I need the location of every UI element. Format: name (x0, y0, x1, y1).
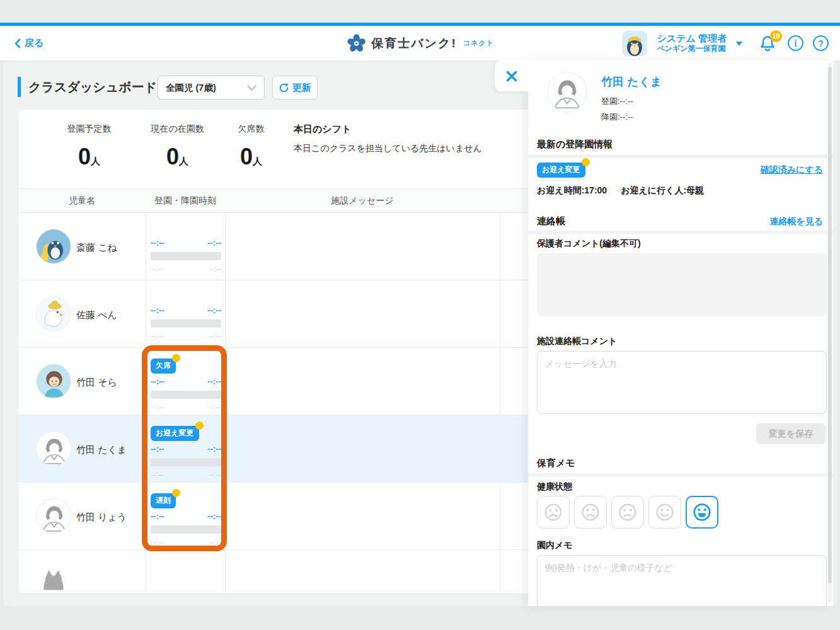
stat-value: 0 (240, 144, 253, 169)
column-arrival-departure: 登園・降園時刻 (146, 195, 225, 207)
arrival-time: --:-- (151, 377, 164, 386)
back-button[interactable]: 戻る (14, 37, 43, 49)
app-logo[interactable]: 保育士バンク! コネクト (346, 33, 494, 54)
class-filter-value: 全園児 (7歳) (166, 82, 216, 94)
column-child-name: 児童名 (18, 195, 146, 207)
save-changes-button[interactable]: 変更を保存 (756, 423, 826, 444)
help-icon: ? (818, 38, 824, 49)
time-cell: --:----:-- --:----:-- (151, 444, 221, 479)
time-cell: --:----:-- --:----:-- (151, 238, 221, 273)
chevron-down-icon (247, 85, 256, 91)
child-avatar (36, 296, 71, 331)
health-face-great-button-selected[interactable] (686, 496, 718, 529)
penguin-avatar-icon (622, 31, 647, 56)
info-icon: i (795, 38, 797, 49)
health-status-label: 健康状態 (537, 481, 572, 493)
arrival-time: --:-- (151, 306, 164, 315)
detail-arrival-time: 登園:--:-- (601, 96, 633, 107)
section-divider (528, 473, 833, 477)
user-org: ペンギン第一保育園 (657, 44, 727, 54)
time-cell: --:----:-- --:----:-- (151, 512, 221, 547)
detail-child-name: 竹田 たくま (601, 74, 662, 89)
pickup-change-badge: お迎え変更 (537, 163, 585, 178)
back-label: 戻る (25, 37, 43, 49)
arrival-time: --:-- (151, 512, 164, 521)
logo-title: 保育士バンク! (371, 35, 457, 52)
stat-unit: 人 (91, 156, 100, 166)
cat-avatar-icon (36, 566, 71, 594)
penguin-hat-avatar-icon (37, 297, 71, 331)
pickup-change-badge-wrap: お迎え変更 (537, 163, 585, 178)
boy-silhouette-avatar-icon (37, 432, 71, 466)
departure-time: --:-- (207, 238, 221, 248)
status-badge-label: 遅刻 (156, 496, 171, 505)
badge-alert-dot (172, 354, 180, 362)
user-menu-caret-icon[interactable] (736, 42, 742, 49)
shift-title: 本日のシフト (294, 123, 482, 135)
health-face-very-bad-button[interactable] (537, 496, 570, 529)
departure-time-secondary: --:-- (209, 471, 221, 479)
health-face-poor-button[interactable] (611, 496, 644, 529)
refresh-button[interactable]: 更新 (272, 76, 318, 100)
time-bar (151, 458, 221, 466)
user-avatar[interactable] (622, 31, 647, 56)
stat-value: 0 (166, 144, 179, 169)
app-screen: 戻る 保育士バンク! コネクト (0, 0, 840, 630)
stat-value: 0 (78, 144, 91, 169)
status-badge-label: 欠席 (156, 361, 171, 370)
child-name: 竹田 そら (76, 377, 117, 389)
time-bar (151, 391, 221, 399)
time-bar (151, 319, 221, 328)
boy-silhouette-avatar-icon (548, 72, 587, 112)
facility-comment-input[interactable] (537, 351, 827, 414)
child-avatar (36, 498, 71, 534)
help-button[interactable]: ? (813, 35, 829, 51)
arrival-time-secondary: --:-- (151, 332, 163, 341)
arrival-time-secondary: --:-- (151, 538, 163, 547)
time-cell: --:----:-- --:----:-- (151, 306, 221, 341)
guardian-comment-field (537, 253, 827, 316)
notifications-button[interactable]: 19 (758, 33, 778, 54)
health-face-good-button[interactable] (648, 496, 681, 529)
drawer-close-button[interactable] (495, 60, 528, 91)
user-name: システム 管理者 (657, 33, 727, 45)
logo-suffix: コネクト (463, 38, 494, 48)
guardian-comment-label: 保護者コメント(編集不可) (537, 238, 641, 249)
refresh-icon (279, 83, 289, 93)
status-badge-wrap: 遅刻 (151, 493, 176, 508)
status-badge: 欠席 (151, 358, 176, 374)
drawer-scrollbar-track (828, 63, 832, 602)
status-badge-wrap: 欠席 (151, 358, 176, 374)
departure-time-secondary: --:-- (209, 265, 221, 273)
time-bar (151, 525, 221, 534)
departure-time-secondary: --:-- (209, 538, 221, 547)
health-face-bad-button[interactable] (574, 496, 607, 529)
drawer-scrollbar-thumb[interactable] (828, 67, 832, 583)
departure-time: --:-- (207, 512, 221, 521)
view-contact-book-link[interactable]: 連絡帳を見る (769, 216, 823, 227)
child-name: 竹田 たくま (76, 444, 127, 456)
smiling-face-icon (655, 502, 675, 522)
pickup-info: お迎え時間:17:00お迎えに行く人:母親 (537, 185, 704, 197)
mark-confirmed-link[interactable]: 確認済みにする (761, 164, 823, 176)
contact-book-section-title: 連絡帳 (537, 215, 565, 227)
girl-avatar-icon (37, 364, 71, 399)
child-avatar (36, 566, 71, 594)
stat-absent: 欠席数 0人 (215, 123, 287, 170)
class-filter-dropdown[interactable]: 全園児 (7歳) (158, 76, 265, 100)
stat-unit: 人 (179, 156, 188, 166)
title-accent-bar (18, 77, 21, 97)
child-avatar (36, 229, 71, 264)
info-button[interactable]: i (788, 35, 803, 51)
pickup-time: お迎え時間:17:00 (537, 185, 607, 195)
stat-label: 欠席数 (215, 123, 287, 135)
stat-present: 現在の在園数 0人 (135, 123, 220, 170)
user-menu[interactable]: システム 管理者 ペンギン第一保育園 (657, 33, 727, 54)
latest-info-section-title: 最新の登降園情報 (537, 139, 613, 151)
sad-face-icon (580, 502, 601, 522)
facility-memo-input[interactable] (537, 555, 827, 606)
status-badge-wrap: お迎え変更 (151, 426, 199, 441)
column-facility-message: 施設メッセージ (225, 195, 500, 207)
chevron-left-icon (14, 38, 21, 49)
stat-unit: 人 (253, 156, 262, 166)
